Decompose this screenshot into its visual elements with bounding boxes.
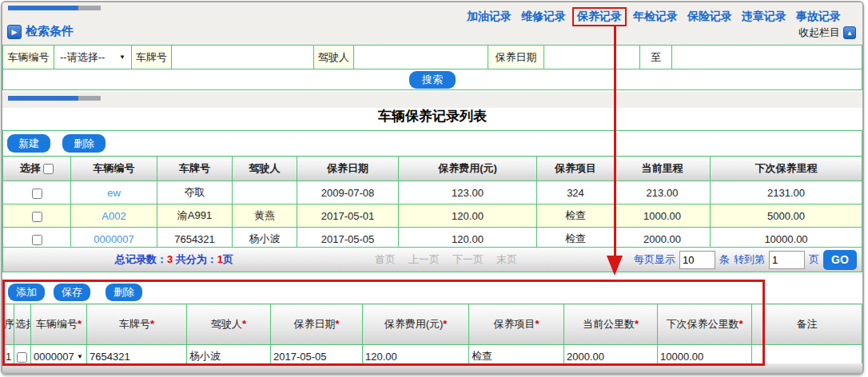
edit-header-select: 选择	[14, 304, 31, 345]
first-page-link[interactable]: 首页	[375, 252, 396, 267]
section-divider-band	[2, 92, 862, 108]
prev-page-link[interactable]: 上一页	[408, 252, 440, 267]
second-progress-bar	[8, 96, 101, 101]
panel-arrow-icon[interactable]: ▶	[7, 25, 22, 39]
cell-next-mileage: 5000.00	[711, 204, 862, 228]
header-select: 选择	[3, 157, 71, 181]
vehicle-no-link[interactable]: ew	[107, 187, 121, 199]
top-nav: 加油记录 维修记录 保养记录 年检记录 保险记录 违章记录 事故记录	[466, 8, 842, 26]
header-select-label: 选择	[20, 162, 41, 174]
row-checkbox[interactable]	[32, 188, 42, 199]
date-to-input[interactable]	[673, 48, 857, 67]
edit-header-next-mileage: 下次保养公里数*	[658, 304, 752, 345]
label: 当前公里数	[583, 318, 635, 330]
vehicle-no-link[interactable]: 0000007	[94, 233, 134, 245]
goto-page-input[interactable]	[769, 251, 805, 269]
required-marker: *	[335, 318, 339, 330]
progress-bar-gray	[78, 6, 101, 10]
vehicle-no-link[interactable]: A002	[102, 210, 125, 222]
nav-inspection-records[interactable]: 年检记录	[632, 8, 679, 26]
cell-item: 检查	[537, 204, 615, 228]
header-item: 保养项目	[537, 157, 615, 181]
window-frame: 加油记录 维修记录 保养记录 年检记录 保险记录 违章记录 事故记录 收起栏目 …	[1, 1, 864, 375]
search-button[interactable]: 搜索	[409, 71, 456, 89]
last-page-link[interactable]: 末页	[496, 252, 517, 267]
edit-header-cost: 保养费用(元)*	[363, 304, 469, 345]
required-marker: *	[78, 318, 82, 330]
edit-header-item: 保养项目*	[469, 304, 564, 345]
driver-input[interactable]	[355, 48, 484, 67]
progress-bar-blue	[8, 96, 78, 101]
nav-accident-records[interactable]: 事故记录	[795, 8, 842, 26]
header-cost: 保养费用(元)	[399, 157, 537, 181]
required-marker: *	[635, 318, 639, 330]
per-page-label: 每页显示	[634, 252, 675, 267]
goto-unit: 页	[809, 252, 819, 267]
date-to-label: 至	[640, 46, 672, 69]
edit-header-row: 序号 选择 车辆编号* 车牌号* 驾驶人* 保养日期* 保养费用(元)* 保养项…	[3, 304, 862, 345]
nav-violation-records[interactable]: 违章记录	[741, 8, 787, 26]
edit-select-label: 选择	[15, 318, 31, 330]
pages-unit: 页	[223, 253, 233, 265]
cell-date: 2009-07-08	[297, 181, 399, 204]
edit-delete-button[interactable]: 删除	[106, 284, 142, 301]
plate-input[interactable]	[173, 48, 310, 67]
date-from-input[interactable]	[545, 48, 638, 67]
header-vehicle-no: 车辆编号	[71, 157, 157, 181]
cell-driver: 黄燕	[233, 204, 297, 228]
header-driver: 驾驶人	[233, 157, 297, 181]
per-page-input[interactable]	[679, 251, 715, 269]
nav-insurance-records[interactable]: 保险记录	[687, 8, 733, 26]
vehicle-no-select[interactable]: --请选择-- ▼	[55, 50, 130, 65]
top-progress-bar	[8, 6, 101, 10]
label: 车牌号	[119, 318, 150, 330]
save-button[interactable]: 保存	[54, 284, 90, 301]
search-panel-title: ▶ 检索条件	[7, 24, 74, 39]
go-button[interactable]: GO	[823, 250, 857, 270]
label: 保养日期	[293, 318, 335, 330]
collapse-panel-control[interactable]: 收起栏目 ▲	[798, 26, 856, 40]
add-button[interactable]: 添加	[8, 284, 45, 301]
pages-label: 共分为：	[176, 253, 217, 265]
edit-vehicle-no-value: 0000007	[34, 351, 74, 363]
row-checkbox[interactable]	[32, 235, 42, 245]
search-panel-title-label: 检索条件	[26, 24, 74, 39]
cell-plate: 渝A991	[157, 204, 233, 228]
row-checkbox[interactable]	[32, 212, 42, 222]
select-all-checkbox[interactable]	[43, 164, 54, 174]
edit-vehicle-no-select[interactable]: 0000007 ▼	[34, 351, 86, 363]
collapse-icon[interactable]: ▲	[843, 26, 856, 39]
edit-header-index: 序号	[3, 304, 14, 345]
row-select-cell	[3, 181, 71, 204]
nav-maintenance-records[interactable]: 保养记录	[572, 7, 627, 26]
progress-bar-gray	[78, 96, 101, 101]
edit-records-table: 序号 选择 车辆编号* 车牌号* 驾驶人* 保养日期* 保养费用(元)* 保养项…	[2, 304, 862, 368]
label: 保养项目	[493, 318, 535, 330]
record-count-text: 总记录数：3 共分为：1页	[115, 252, 233, 267]
progress-bar-blue	[8, 6, 78, 10]
edit-row-checkbox[interactable]	[17, 352, 27, 363]
cell-mileage: 213.00	[615, 181, 711, 204]
per-page-unit: 条	[719, 252, 730, 267]
delete-button[interactable]: 删除	[62, 134, 106, 153]
new-button[interactable]: 新建	[7, 134, 50, 153]
maintenance-records-table: 选择 车辆编号 车牌号 驾驶人 保养日期 保养费用(元) 保养项目 当前里程 下…	[2, 156, 862, 251]
collapse-label: 收起栏目	[798, 26, 840, 40]
nav-fuel-records[interactable]: 加油记录	[466, 8, 512, 26]
vehicle-no-select-cell: --请选择-- ▼	[54, 46, 132, 69]
pagination-bar: 总记录数：3 共分为：1页 首页 上一页 下一页 末页 每页显示 条 转到第 页…	[2, 247, 862, 272]
edit-header-mileage: 当前公里数*	[564, 304, 658, 345]
label: 下次保养公里数	[666, 318, 739, 330]
next-page-link[interactable]: 下一页	[452, 252, 484, 267]
pager-links: 首页 上一页 下一页 末页	[375, 252, 517, 267]
pages-value: 1	[217, 253, 223, 265]
driver-input-cell	[354, 46, 488, 69]
cell-plate: 夺取	[157, 181, 233, 204]
header-date: 保养日期	[297, 157, 399, 181]
required-marker: *	[242, 318, 246, 330]
label: 驾驶人	[211, 318, 242, 330]
bottom-scroll-strip[interactable]	[2, 363, 862, 373]
edit-header-driver: 驾驶人*	[187, 304, 271, 345]
nav-repair-records[interactable]: 维修记录	[520, 8, 567, 26]
table-row: A002 渝A991 黄燕 2017-05-01 120.00 检查 1000.…	[3, 204, 862, 228]
